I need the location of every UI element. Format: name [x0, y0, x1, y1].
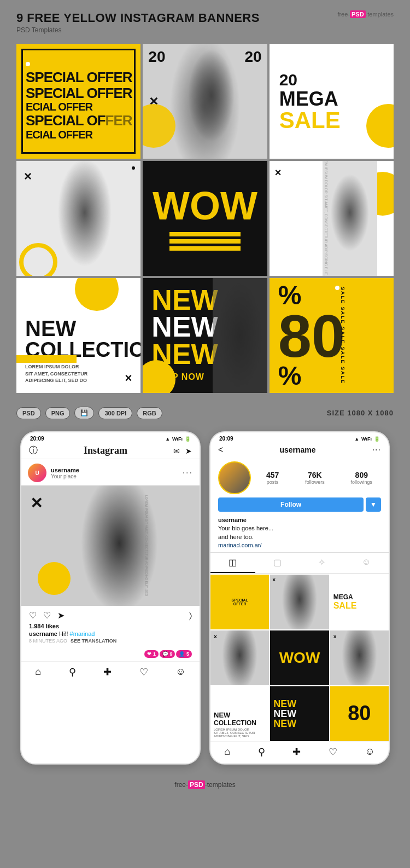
ph2-home-icon[interactable]: ⌂ — [224, 746, 230, 758]
b7-new: NEW — [25, 317, 132, 339]
banner-new-collection: NEW COLLECTION LOREM IPSUM DOLORSIT AMET… — [16, 278, 140, 393]
ph2-time: 20:09 — [219, 436, 233, 442]
ph2-grid-cell-4: × — [210, 630, 269, 685]
ph2-tab-tagged[interactable]: ✧ — [300, 553, 344, 573]
ph1-place: Your place — [51, 473, 183, 479]
size-info: SIZE 1080 X 1080 — [327, 409, 394, 417]
b7-body: LOREM IPSUM DOLORSIT AMET, CONSECTETURAD… — [25, 363, 132, 384]
banner-person-hat: × — [16, 161, 140, 276]
ph1-user-row: U username Your place ··· — [21, 459, 200, 485]
mini-sale: SALE — [333, 601, 385, 611]
b9-eighty: 80 — [278, 309, 345, 363]
ph1-caption-user: username — [29, 630, 57, 637]
banner-grid: SPECIAL OFFER SPECIAL OFFER ECIAL OFFER … — [16, 44, 394, 393]
mini-80: 80 — [348, 702, 371, 725]
b6-side-text: LOREM IPSUM DOLOR SIT AMET, CONSECTETUR … — [324, 161, 327, 276]
ph2-tab-grid[interactable]: ◫ — [210, 553, 255, 573]
footer: free-PSD-templates — [16, 776, 394, 797]
b3-mega: MEGA — [279, 89, 338, 109]
b2-num1: 20 — [148, 48, 165, 66]
format-bar: PSD PNG 💾 300 DPI RGB SIZE 1080 X 1080 — [16, 407, 394, 419]
share-icon[interactable]: ➤ — [57, 610, 65, 621]
ph1-bottom-nav: ⌂ ⚲ ✚ ♡ ☺ — [21, 661, 200, 684]
ph2-profile-icon[interactable]: ☺ — [365, 746, 374, 758]
ph2-bio: username Your bio goes here...and here t… — [210, 515, 389, 552]
like-icon[interactable]: ♡ — [29, 610, 37, 621]
ph1-yellow-circle — [38, 562, 71, 595]
ph2-stats: 457 posts 76K followers 809 followings — [257, 471, 381, 485]
ph2-grid-cell-1: SPECIALOFFER — [210, 575, 269, 629]
ph2-nav: < username ··· — [210, 443, 389, 457]
comment-icon[interactable]: ♡ — [43, 610, 51, 621]
ph1-status-icons: ▲WiFi🔋 — [165, 436, 191, 442]
ph2-grid-cell-3: MEGA SALE — [330, 575, 389, 629]
ph1-home-icon[interactable]: ⌂ — [35, 666, 41, 678]
footer-logo: free-PSD-templates — [16, 781, 394, 789]
ph1-nav: ⓘ Instagram ✉ ➤ — [21, 443, 200, 459]
ph1-see-translation[interactable]: SEE TRANSLATION — [71, 638, 116, 644]
ph2-status-bar: 20:09 ▲WiFi🔋 — [210, 432, 389, 443]
ph2-heart-icon[interactable]: ♡ — [329, 746, 337, 758]
header-logo: free-PSD-templates — [337, 11, 394, 18]
ph2-posts-num: 457 — [266, 471, 279, 479]
ph2-bio-link[interactable]: marinad.com.ar/ — [218, 542, 261, 548]
ph2-following-label: followings — [351, 479, 373, 485]
ph2-profile-row: 457 posts 76K followers 809 followings — [210, 457, 389, 497]
ph1-post-actions: ♡ ♡ ➤ 〉 — [21, 606, 200, 623]
mini-new: NEW — [214, 711, 266, 719]
ph2-tab-person[interactable]: ☺ — [344, 553, 389, 573]
story-badge-2: 💬 9 — [160, 650, 175, 658]
ph2-followers-num: 76K — [305, 471, 325, 479]
bookmark-icon[interactable]: 〉 — [189, 611, 192, 621]
b1-text5: ECIAL OFFER — [26, 129, 131, 141]
ph2-back-icon[interactable]: < — [218, 445, 223, 455]
badge-png: PNG — [45, 407, 71, 419]
follow-dropdown-button[interactable]: ▼ — [366, 497, 381, 512]
ph2-content-grid: SPECIALOFFER × MEGA SALE × WOW — [210, 575, 389, 741]
ph1-post-image: ✕ LOREM IPSUM SIT AMET, CONSECTETUR ADIP… — [21, 485, 200, 606]
ph1-plus-icon[interactable]: ✚ — [103, 666, 112, 678]
ph1-likes: 1.984 likes — [21, 623, 200, 629]
b2-num2: 20 — [245, 48, 262, 66]
b1-text4: SPECIAL OFFER — [26, 113, 131, 129]
ph2-tab-list[interactable]: ▢ — [255, 553, 300, 573]
ph1-time: 20:09 — [30, 436, 44, 442]
ph2-bio-text: Your bio goes here...and here too. — [218, 524, 381, 541]
b4-x: × — [24, 169, 32, 184]
b5-wow: WOW — [153, 186, 257, 225]
ph1-heart-icon[interactable]: ♡ — [139, 666, 148, 678]
ph1-three-dots[interactable]: ··· — [183, 468, 193, 478]
badge-dpi: 300 DPI — [98, 407, 132, 419]
ph1-profile-icon[interactable]: ☺ — [175, 666, 185, 678]
mini-new-text1: NEW — [273, 699, 325, 709]
ph1-search-icon[interactable]: ⚲ — [69, 666, 76, 678]
story-badge-3: 👤 5 — [176, 650, 192, 658]
banner-wow: WOW — [143, 161, 267, 276]
phone1-mockup: 20:09 ▲WiFi🔋 ⓘ Instagram ✉ ➤ U username … — [20, 431, 201, 765]
b6-x: × — [275, 166, 282, 179]
banner-new-repeated: NEW NEW NEW SHOP NOW — [143, 278, 267, 393]
b1-text1: SPECIAL OFFER — [26, 70, 131, 85]
ph2-follow-row: Follow ▼ — [210, 497, 389, 515]
ph2-plus-icon[interactable]: ✚ — [292, 746, 301, 758]
page-header: 9 FREE YELLOW INSTAGRAM BANNERS PSD Temp… — [16, 11, 394, 34]
ph2-search-icon[interactable]: ⚲ — [258, 746, 265, 758]
follow-button[interactable]: Follow — [218, 497, 364, 512]
b5-lines — [169, 232, 241, 251]
page-title: 9 FREE YELLOW INSTAGRAM BANNERS — [16, 11, 260, 25]
ph2-grid-cell-6: × — [330, 630, 389, 685]
ph2-tabs: ◫ ▢ ✧ ☺ — [210, 552, 389, 574]
ph2-stat-following: 809 followings — [351, 471, 373, 485]
ph2-nav-username: username — [279, 445, 315, 454]
ph2-grid-cell-5: WOW — [270, 630, 329, 685]
ph2-bottom-nav: ⌂ ⚲ ✚ ♡ ☺ — [210, 741, 389, 763]
b1-text2: SPECIAL OFFER — [26, 85, 131, 101]
ph2-stat-posts: 457 posts — [266, 471, 279, 485]
ph1-time-ago: 8 MINUTES AGO — [29, 638, 67, 644]
ph1-logo: Instagram — [84, 445, 127, 456]
ph2-grid-cell-7: NEW COLLECTION LOREM IPSUM DOLORSIT AMET… — [210, 686, 269, 741]
ph1-avatar: U — [28, 464, 46, 482]
banner-80-sale: % 80 % SALE SALE SALE SALE SALE — [270, 278, 394, 393]
ph1-actions-left: ♡ ♡ ➤ — [29, 610, 65, 621]
ph2-menu-icon[interactable]: ··· — [372, 445, 381, 455]
